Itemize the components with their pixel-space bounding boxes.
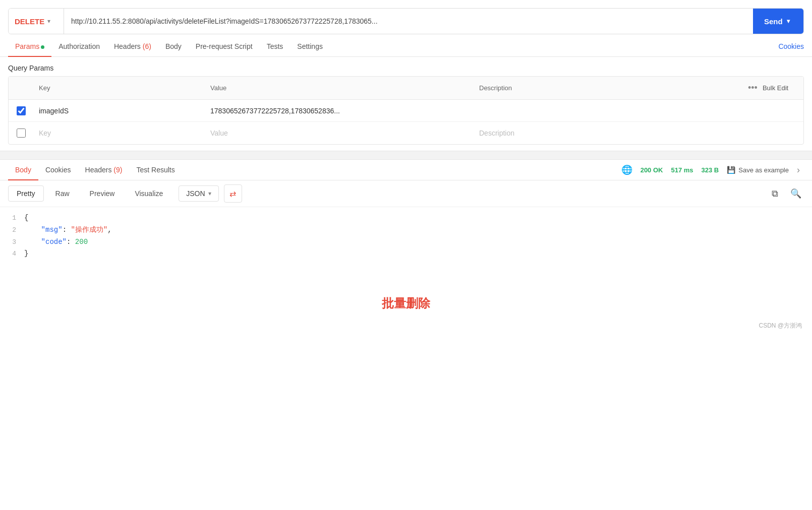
row1-checkbox[interactable] bbox=[17, 106, 26, 115]
row1-description[interactable] bbox=[474, 107, 743, 115]
globe-icon: 🌐 bbox=[621, 164, 632, 175]
tab-cookies[interactable]: Cookies bbox=[778, 36, 804, 56]
save-example-label: Save as example bbox=[738, 166, 789, 174]
code-key-code: "code" bbox=[41, 238, 67, 246]
send-label: Send bbox=[764, 17, 783, 26]
tab-body[interactable]: Body bbox=[158, 36, 189, 56]
bulk-edit-button[interactable]: Bulk Edit bbox=[763, 84, 788, 92]
tab-response-headers[interactable]: Headers (9) bbox=[78, 160, 130, 180]
tab-response-cookies[interactable]: Cookies bbox=[38, 160, 78, 180]
response-more-icon[interactable]: › bbox=[797, 165, 804, 175]
copy-icon: ⧉ bbox=[772, 188, 778, 199]
send-button[interactable]: Send ▾ bbox=[753, 9, 803, 34]
section-divider bbox=[0, 151, 812, 160]
table-row: Key Value Description bbox=[9, 122, 803, 144]
tab-tests-label: Tests bbox=[267, 42, 283, 50]
row2-desc-placeholder[interactable]: Description bbox=[474, 125, 743, 141]
more-options-icon[interactable]: ••• bbox=[748, 83, 758, 93]
line-num-2: 2 bbox=[0, 225, 24, 236]
query-params-title: Query Params bbox=[0, 57, 812, 76]
cookies-label: Cookies bbox=[778, 42, 804, 50]
line-num-3: 3 bbox=[0, 237, 24, 248]
method-selector[interactable]: DELETE ▾ bbox=[9, 9, 64, 34]
tab-pre-request-script[interactable]: Pre-request Script bbox=[189, 36, 260, 56]
method-label: DELETE bbox=[15, 17, 44, 26]
tab-test-results-label: Test Results bbox=[136, 166, 175, 174]
json-format-label: JSON bbox=[186, 189, 205, 198]
headers-badge: (6) bbox=[143, 42, 151, 50]
row1-actions bbox=[743, 109, 803, 113]
row1-checkbox-cell bbox=[9, 104, 34, 117]
format-tab-raw-label: Raw bbox=[55, 189, 70, 198]
format-actions-right: ⧉ 🔍 bbox=[767, 185, 804, 202]
save-icon: 💾 bbox=[727, 166, 735, 174]
tab-authorization-label: Authorization bbox=[59, 42, 100, 50]
json-format-dropdown[interactable]: JSON ▾ bbox=[179, 185, 218, 202]
row1-key[interactable]: imageIdS bbox=[34, 103, 205, 119]
format-tab-visualize[interactable]: Visualize bbox=[126, 185, 171, 202]
tab-body-label: Body bbox=[165, 42, 182, 50]
tab-response-body-label: Body bbox=[15, 166, 31, 174]
tab-response-headers-label: Headers (9) bbox=[85, 166, 123, 174]
tab-response-cookies-label: Cookies bbox=[45, 166, 71, 174]
url-input[interactable] bbox=[64, 9, 753, 34]
code-brace-close: } bbox=[24, 248, 28, 260]
tab-authorization[interactable]: Authorization bbox=[51, 36, 107, 56]
code-area: 1 { 2 "msg": "操作成功", 3 "code": 200 4 } bbox=[0, 207, 812, 265]
url-bar: DELETE ▾ Send ▾ bbox=[8, 8, 804, 34]
row2-checkbox-cell bbox=[9, 126, 34, 140]
format-tab-preview[interactable]: Preview bbox=[81, 185, 124, 202]
format-tabs-row: Pretty Raw Preview Visualize JSON ▾ ⇄ ⧉ … bbox=[0, 180, 812, 207]
status-size: 323 B bbox=[702, 166, 719, 174]
params-table: Key Value Description ••• Bulk Edit imag… bbox=[8, 76, 804, 145]
col-desc-header: Description bbox=[474, 82, 743, 94]
row2-value-placeholder[interactable]: Value bbox=[205, 125, 474, 141]
wrap-button[interactable]: ⇄ bbox=[224, 184, 242, 203]
code-brace-open: { bbox=[24, 212, 28, 224]
tab-headers-label: Headers (6) bbox=[114, 42, 151, 50]
row1-value[interactable]: 17830652673772225728,17830652836... bbox=[205, 103, 474, 119]
tab-response-body[interactable]: Body bbox=[8, 160, 38, 180]
row2-checkbox[interactable] bbox=[17, 129, 26, 138]
watermark-text: 批量删除 bbox=[0, 265, 812, 316]
code-line-1: 1 { bbox=[0, 212, 812, 224]
tab-settings[interactable]: Settings bbox=[290, 36, 330, 56]
response-tabs: Body Cookies Headers (9) Test Results 🌐 … bbox=[0, 160, 812, 180]
csdn-credit: CSDN @方浙鸿 bbox=[0, 316, 812, 335]
status-time: 517 ms bbox=[671, 166, 693, 174]
table-row: imageIdS 17830652673772225728,1783065283… bbox=[9, 100, 803, 122]
col-key-header: Key bbox=[34, 82, 205, 94]
tab-tests[interactable]: Tests bbox=[260, 36, 291, 56]
request-tabs: Params Authorization Headers (6) Body Pr… bbox=[0, 36, 812, 57]
response-status-area: 🌐 200 OK 517 ms 323 B 💾 Save as example … bbox=[621, 164, 804, 175]
response-headers-badge: (9) bbox=[113, 166, 122, 174]
row2-key-placeholder[interactable]: Key bbox=[34, 125, 205, 141]
format-tab-visualize-label: Visualize bbox=[135, 189, 163, 198]
row2-actions bbox=[743, 131, 803, 135]
tab-params[interactable]: Params bbox=[8, 36, 51, 56]
code-value-msg: "操作成功" bbox=[71, 226, 107, 234]
code-line-2-content: "msg": "操作成功", bbox=[24, 224, 112, 236]
code-value-code: 200 bbox=[75, 238, 88, 246]
tab-test-results[interactable]: Test Results bbox=[129, 160, 182, 180]
send-chevron-icon: ▾ bbox=[787, 18, 790, 25]
code-line-3: 3 "code": 200 bbox=[0, 236, 812, 248]
col-checkbox bbox=[9, 86, 34, 90]
format-tab-pretty[interactable]: Pretty bbox=[8, 185, 44, 202]
line-num-1: 1 bbox=[0, 213, 24, 224]
tab-headers[interactable]: Headers (6) bbox=[107, 36, 158, 56]
code-key-msg: "msg" bbox=[41, 226, 63, 234]
copy-button[interactable]: ⧉ bbox=[767, 185, 783, 202]
search-button[interactable]: 🔍 bbox=[788, 185, 804, 202]
params-active-dot bbox=[41, 45, 44, 49]
format-tab-preview-label: Preview bbox=[90, 189, 115, 198]
save-example-button[interactable]: 💾 Save as example bbox=[727, 166, 789, 174]
format-tab-raw[interactable]: Raw bbox=[47, 185, 78, 202]
search-icon: 🔍 bbox=[790, 188, 801, 199]
code-line-2: 2 "msg": "操作成功", bbox=[0, 224, 812, 236]
code-line-3-content: "code": 200 bbox=[24, 236, 88, 248]
tab-params-label: Params bbox=[15, 42, 39, 50]
params-header-row: Key Value Description ••• Bulk Edit bbox=[9, 77, 803, 100]
wrap-icon-symbol: ⇄ bbox=[229, 189, 236, 199]
col-value-header: Value bbox=[205, 82, 474, 94]
